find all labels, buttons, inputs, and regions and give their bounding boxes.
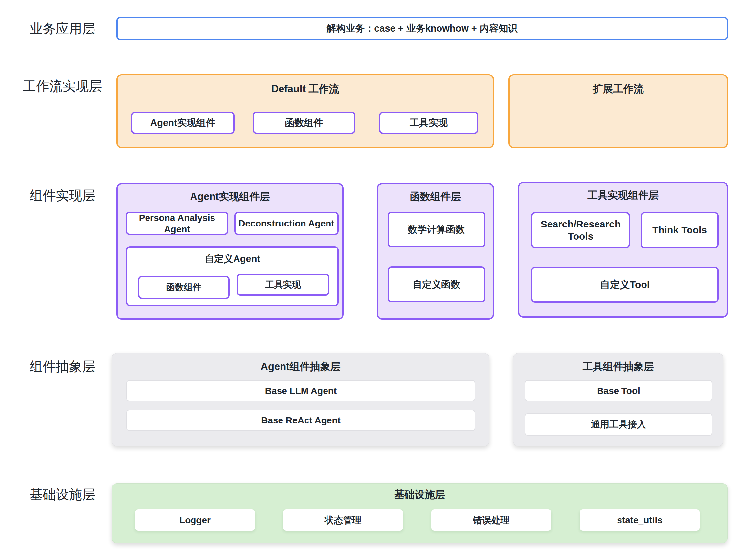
custom-agent-box: 自定义Agent 函数组件 工具实现 [126,246,339,306]
architecture-diagram: 业务应用层 工作流实现层 组件实现层 组件抽象层 基础设施层 解构业务：case… [0,0,745,560]
default-workflow-title: Default 工作流 [118,83,493,96]
row-label-workflow: 工作流实现层 [10,78,115,94]
row-base-react-agent: Base ReAct Agent [126,410,475,431]
row-state-utils: state_utils [580,510,700,531]
pill-custom-function: 自定义函数 [388,266,485,302]
row-label-business: 业务应用层 [10,21,115,36]
extended-workflow-title: 扩展工作流 [510,83,726,96]
tool-abstraction-title: 工具组件抽象层 [513,360,723,373]
extended-workflow-panel: 扩展工作流 [509,74,728,148]
tool-impl-layer-panel: 工具实现组件层 Search/Research Tools Think Tool… [518,182,728,318]
custom-agent-title: 自定义Agent [127,253,337,265]
pill-custom-agent-tool: 工具实现 [236,274,329,296]
row-label-component: 组件实现层 [10,187,115,203]
pill-agent-impl-component: Agent实现组件 [131,112,234,134]
row-base-llm-agent: Base LLM Agent [126,380,475,401]
row-generic-tool-access: 通用工具接入 [525,413,712,435]
agent-abstraction-panel: Agent组件抽象层 Base LLM Agent Base ReAct Age… [112,353,489,447]
row-label-infrastructure: 基础设施层 [10,487,115,502]
function-layer-title: 函数组件层 [378,190,493,203]
agent-impl-layer-panel: Agent实现组件层 Persona Analysis Agent Decons… [116,183,344,320]
pill-custom-agent-function: 函数组件 [138,276,230,299]
row-error-handling: 错误处理 [431,510,551,531]
infrastructure-title: 基础设施层 [112,488,727,501]
pill-think-tools: Think Tools [641,212,719,248]
pill-math-function: 数学计算函数 [388,212,485,247]
pill-tool-impl: 工具实现 [379,112,478,134]
business-layer-title: 解构业务：case + 业务knowhow + 内容知识 [326,22,518,35]
row-state-management: 状态管理 [283,510,403,531]
pill-custom-tool: 自定义Tool [531,267,719,303]
agent-impl-layer-title: Agent实现组件层 [118,190,342,203]
default-workflow-panel: Default 工作流 Agent实现组件 函数组件 工具实现 [116,74,494,148]
pill-function-component: 函数组件 [253,112,355,134]
function-layer-panel: 函数组件层 数学计算函数 自定义函数 [377,183,494,320]
pill-search-research-tools: Search/Research Tools [531,212,630,248]
agent-abstraction-title: Agent组件抽象层 [112,360,489,373]
business-layer-box: 解构业务：case + 业务knowhow + 内容知识 [116,17,728,40]
row-base-tool: Base Tool [525,380,712,401]
tool-abstraction-panel: 工具组件抽象层 Base Tool 通用工具接入 [513,353,723,447]
tool-impl-layer-title: 工具实现组件层 [519,189,726,202]
row-logger: Logger [135,510,255,531]
row-label-abstraction: 组件抽象层 [10,358,115,374]
infrastructure-panel: 基础设施层 Logger 状态管理 错误处理 state_utils [112,483,727,543]
pill-persona-analysis-agent: Persona Analysis Agent [126,212,228,235]
pill-deconstruction-agent: Deconstruction Agent [234,212,339,235]
